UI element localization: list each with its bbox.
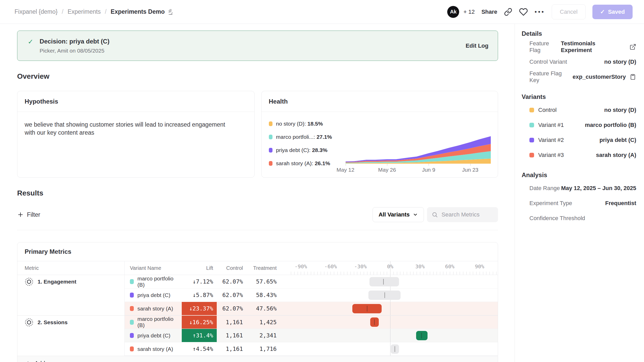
edit-log-button[interactable]: Edit Log [466, 42, 488, 49]
details-sidebar: Details Feature FlagTestimonials Experim… [515, 24, 644, 362]
metric-table-row[interactable]: priya debt (C)↑31.4%1,1612,341 [17, 329, 498, 342]
analysis-label: Confidence Threshold [529, 215, 585, 222]
legend-item[interactable]: marco portfoli...: 27.1% [269, 134, 346, 140]
analysis-value: Frequentist [605, 200, 636, 207]
metric-name-cell [17, 288, 125, 302]
analysis-row: Date RangeMay 12, 2025 – Jun 30, 2025 [522, 181, 636, 196]
x-axis-tick [429, 164, 429, 166]
copy-icon[interactable] [629, 74, 636, 80]
treatment-value: 57.65% [247, 275, 280, 288]
variant-row: Variant #3sarah story (A) [522, 148, 636, 163]
copy-button[interactable] [629, 74, 636, 80]
metrics-table-header: Metric Variant Name Lift Control Treatme… [17, 261, 498, 275]
external-link-icon[interactable] [629, 44, 636, 50]
confidence-interval-cell [280, 315, 498, 329]
variants-heading: Variants [522, 93, 636, 100]
variant-name: marco portfolio (B) [137, 276, 182, 288]
variant-label: Variant #3 [529, 152, 564, 158]
variant-color-chip [130, 306, 134, 311]
col-control: Control [217, 261, 247, 275]
control-value: 62.07% [217, 302, 247, 315]
add-metric-row: Add [17, 356, 498, 362]
variant-row: Variant #1marco portfolio (B) [522, 118, 636, 133]
add-metric-button[interactable]: Add [25, 360, 45, 362]
metric-name-cell: 2. Sessions [17, 315, 125, 329]
lift-value: ↓7.12% [182, 275, 217, 288]
breadcrumb-project[interactable]: Fixpanel {demo} [15, 8, 58, 15]
ci-bar [369, 277, 399, 286]
details-row: Feature FlagTestimonials Experiment [522, 39, 636, 54]
legend-label: priya debt (C): 28.3% [276, 147, 327, 153]
share-button[interactable]: Share [481, 9, 497, 15]
legend-item[interactable]: priya debt (C): 28.3% [269, 147, 346, 153]
ci-axis [291, 288, 498, 302]
control-value: 1,161 [217, 315, 247, 329]
search-metrics-input[interactable] [442, 211, 493, 218]
legend-item[interactable]: sarah story (A): 26.1% [269, 160, 346, 166]
detail-value-text: exp_customerStory [573, 74, 626, 80]
treatment-value: 1,716 [247, 342, 280, 356]
col-variant-name: Variant Name [125, 261, 182, 275]
variant-color-chip [529, 153, 534, 157]
metric-table-row[interactable]: priya debt (C)↓5.87%62.07%58.43% [17, 288, 498, 302]
confidence-interval-cell [280, 275, 498, 288]
variant-name-cell: sarah story (A) [125, 302, 182, 315]
treatment-value: 47.56% [247, 302, 280, 315]
x-axis-label: Jun 23 [462, 167, 478, 173]
hypothesis-card: Hypothesis we believe that showing custo… [17, 91, 255, 178]
variants-dropdown[interactable]: All Variants [373, 207, 424, 222]
detail-label: Control Variant [529, 59, 567, 65]
detail-value: Testimonials Experiment [561, 40, 636, 54]
avatar[interactable]: Ak [447, 6, 459, 18]
variant-name: priya debt (C) [137, 292, 170, 298]
metric-table-row[interactable]: sarah story (A)↑4.54%1,1611,716 [17, 342, 498, 356]
axis-tick-label: -30% [354, 263, 367, 270]
detail-label: Feature Flag Key [529, 70, 573, 84]
lift-value: ↓16.25% [182, 315, 217, 329]
health-chart-x-axis: May 12May 26Jun 9Jun 23 [346, 164, 491, 174]
analysis-heading: Analysis [522, 171, 636, 179]
metric-name-cell [17, 342, 125, 356]
control-value: 1,161 [217, 342, 247, 356]
lift-value: ↓5.87% [182, 288, 217, 302]
analysis-row: Confidence Threshold [522, 211, 636, 226]
variant-value: sarah story (A) [596, 152, 636, 158]
decision-title: Decision: priya debt (C) [40, 38, 466, 45]
ci-axis [291, 302, 498, 315]
metric-table-row[interactable]: 2. Sessionsmarco portfolio (B)↓16.25%1,1… [17, 315, 498, 329]
hypothesis-body: we believe that showing customer stories… [17, 112, 235, 146]
metric-table-row[interactable]: sarah story (A)↓23.37%62.07%47.56% [17, 302, 498, 315]
legend-item[interactable]: no story (D): 18.5% [269, 121, 346, 127]
favorite-button[interactable] [519, 8, 528, 16]
details-heading: Details [522, 30, 636, 37]
metric-name-cell [17, 329, 125, 342]
external-link-button[interactable] [629, 44, 636, 50]
metric-table-row[interactable]: 1. Engagementmarco portfolio (B)↓7.12%62… [17, 275, 498, 288]
ci-axis-header: -90%-60%-30%0%30%60%90% [291, 261, 498, 275]
more-options-button[interactable]: ••• [535, 8, 545, 16]
variant-color-chip [130, 320, 134, 325]
variant-slot-name: Variant #1 [538, 122, 564, 128]
control-value: 1,161 [217, 329, 247, 342]
cancel-button[interactable]: Cancel [552, 4, 585, 19]
confidence-interval-cell [280, 302, 498, 315]
legend-label: sarah story (A): 26.1% [276, 160, 330, 166]
filter-button[interactable]: Filter [17, 211, 40, 218]
breadcrumb-experiments[interactable]: Experiments [68, 8, 101, 15]
confidence-interval-cell [280, 342, 498, 356]
health-area-chart [346, 136, 491, 164]
zero-line [390, 342, 390, 356]
saved-button[interactable]: ✓ Saved [592, 5, 633, 19]
variant-color-chip [130, 279, 134, 284]
variant-name: marco portfolio (B) [137, 316, 182, 328]
treatment-value: 58.43% [247, 288, 280, 302]
copy-link-button[interactable] [504, 8, 512, 16]
goal-target-icon [25, 277, 33, 286]
variant-name: sarah story (A) [137, 306, 173, 312]
variant-slot-name: Variant #3 [538, 152, 564, 158]
collaborators-count[interactable]: + 12 [463, 9, 474, 15]
col-treatment: Treatment [247, 261, 280, 275]
detail-value: exp_customerStory [573, 74, 636, 80]
breadcrumb-separator: / [105, 8, 106, 15]
plus-icon [25, 360, 31, 362]
